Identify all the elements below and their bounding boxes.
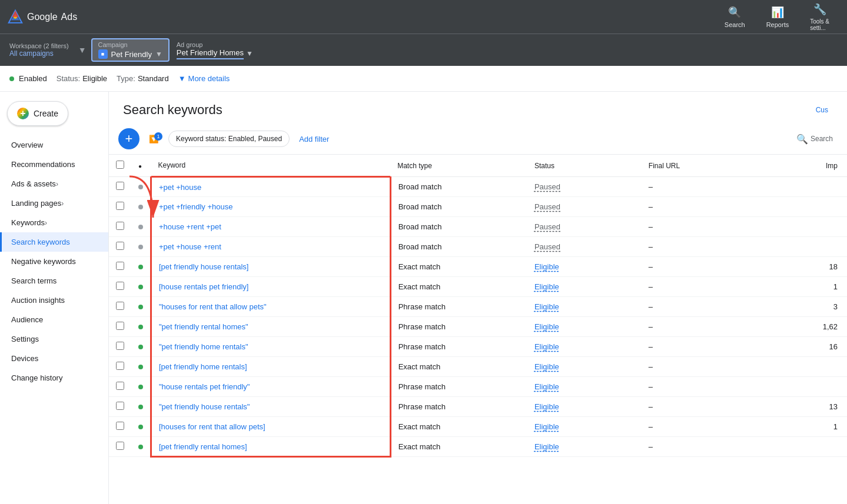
- row-checkbox-14[interactable]: [116, 442, 124, 450]
- final-url-header[interactable]: Final URL: [642, 155, 779, 177]
- type-value: Standard: [138, 74, 169, 83]
- select-all-header[interactable]: [109, 155, 131, 177]
- add-filter-button[interactable]: Add filter: [294, 131, 334, 147]
- sidebar-item-label-audience: Audience: [11, 315, 43, 324]
- row-checkbox-1[interactable]: [116, 182, 124, 190]
- type-label: Type:: [117, 74, 135, 83]
- filter-badge: 1: [154, 132, 162, 141]
- create-button[interactable]: + Create: [7, 101, 68, 126]
- status-cell-11[interactable]: Eligible: [527, 377, 642, 397]
- row-checkbox-8[interactable]: [116, 322, 124, 330]
- row-checkbox-10[interactable]: [116, 362, 124, 370]
- keyword-cell-4[interactable]: +pet +house +rent: [151, 237, 391, 257]
- status-cell-1[interactable]: Paused: [527, 177, 642, 197]
- impressions-header[interactable]: Imp: [779, 155, 847, 177]
- add-keyword-button[interactable]: +: [118, 128, 139, 149]
- row-checkbox-7[interactable]: [116, 302, 124, 310]
- sidebar-item-negative-keywords[interactable]: Negative keywords: [0, 252, 108, 271]
- row-checkbox-cell-13: [109, 417, 131, 437]
- keyword-cell-9[interactable]: "pet friendly home rentals": [151, 337, 391, 357]
- status-header[interactable]: Status: [527, 155, 642, 177]
- status-cell-14[interactable]: Eligible: [527, 437, 642, 457]
- row-checkbox-5[interactable]: [116, 262, 124, 270]
- campaign-icon-text: ■: [101, 51, 104, 57]
- keyword-cell-2[interactable]: +pet +friendly +house: [151, 197, 391, 217]
- select-all-checkbox[interactable]: [116, 161, 124, 169]
- final-url-cell-5: –: [642, 257, 779, 277]
- row-checkbox-3[interactable]: [116, 222, 124, 230]
- more-details-button[interactable]: ▼ More details: [178, 74, 230, 83]
- status-cell-5[interactable]: Eligible: [527, 257, 642, 277]
- google-text: Google: [27, 12, 58, 22]
- status-cell-9[interactable]: Eligible: [527, 337, 642, 357]
- sidebar-item-audience[interactable]: Audience: [0, 310, 108, 329]
- status-cell-13[interactable]: Eligible: [527, 417, 642, 437]
- keyword-cell-14[interactable]: [pet friendly rental homes]: [151, 437, 391, 457]
- customize-columns-button[interactable]: Cus: [811, 101, 833, 119]
- reports-nav-button[interactable]: 📊 Reports: [756, 0, 800, 34]
- status-cell-4[interactable]: Paused: [527, 237, 642, 257]
- final-url-cell-2: –: [642, 197, 779, 217]
- sidebar-item-devices[interactable]: Devices: [0, 349, 108, 368]
- match-type-cell-8: Phrase match: [390, 317, 527, 337]
- status-cell-6[interactable]: Eligible: [527, 277, 642, 297]
- sidebar-item-keywords[interactable]: Keywords›: [0, 213, 108, 232]
- campaign-pill[interactable]: Campaign ■ Pet Friendly ▼: [91, 38, 170, 62]
- all-campaigns-link[interactable]: All campaigns: [9, 49, 69, 58]
- table-search-button[interactable]: 🔍 Search: [792, 130, 838, 148]
- keyword-cell-13[interactable]: [houses for rent that allow pets]: [151, 417, 391, 437]
- status-cell-10[interactable]: Eligible: [527, 357, 642, 377]
- filter-button[interactable]: 🔽 1: [144, 131, 164, 147]
- sidebar-item-search-terms[interactable]: Search terms: [0, 271, 108, 291]
- row-checkbox-2[interactable]: [116, 202, 124, 210]
- page-title: Search keywords: [123, 102, 222, 118]
- keyword-status-chip[interactable]: Keyword status: Enabled, Paused: [168, 131, 290, 147]
- sidebar-item-auction-insights[interactable]: Auction insights: [0, 291, 108, 310]
- row-checkbox-13[interactable]: [116, 422, 124, 430]
- keyword-cell-11[interactable]: "house rentals pet friendly": [151, 377, 391, 397]
- keyword-cell-5[interactable]: [pet friendly house rentals]: [151, 257, 391, 277]
- sidebar-item-ads-assets[interactable]: Ads & assets›: [0, 174, 108, 193]
- row-status-dot-cell-8: [131, 317, 151, 337]
- row-checkbox-6[interactable]: [116, 282, 124, 290]
- tools-nav-label: Tools &setti...: [810, 18, 829, 31]
- row-checkbox-4[interactable]: [116, 242, 124, 250]
- keyword-cell-7[interactable]: "houses for rent that allow pets": [151, 297, 391, 317]
- keyword-cell-1[interactable]: +pet +house: [151, 177, 391, 197]
- row-checkbox-cell-8: [109, 317, 131, 337]
- status-cell-7[interactable]: Eligible: [527, 297, 642, 317]
- sidebar-item-label-keywords: Keywords: [11, 218, 45, 227]
- row-status-dot-cell-4: [131, 237, 151, 257]
- keyword-header[interactable]: Keyword: [151, 155, 391, 177]
- workspace-selector[interactable]: Workspace (2 filters) All campaigns: [9, 42, 69, 58]
- match-type-header[interactable]: Match type: [390, 155, 527, 177]
- sidebar-item-recommendations[interactable]: Recommendations: [0, 155, 108, 174]
- keyword-cell-10[interactable]: [pet friendly home rentals]: [151, 357, 391, 377]
- status-cell-3[interactable]: Paused: [527, 217, 642, 237]
- row-checkbox-9[interactable]: [116, 342, 124, 350]
- status-cell-12[interactable]: Eligible: [527, 397, 642, 417]
- final-url-cell-13: –: [642, 417, 779, 437]
- sidebar-item-change-history[interactable]: Change history: [0, 368, 108, 388]
- keyword-cell-6[interactable]: [house rentals pet friendly]: [151, 277, 391, 297]
- keyword-cell-8[interactable]: "pet friendly rental homes": [151, 317, 391, 337]
- tools-nav-button[interactable]: 🔧 Tools &setti...: [799, 0, 840, 34]
- sidebar-item-overview[interactable]: Overview: [0, 135, 108, 155]
- row-checkbox-11[interactable]: [116, 382, 124, 390]
- row-checkbox-12[interactable]: [116, 402, 124, 410]
- row-status-dot-cell-11: [131, 377, 151, 397]
- status-cell-8[interactable]: Eligible: [527, 317, 642, 337]
- sidebar-item-settings[interactable]: Settings: [0, 329, 108, 349]
- keyword-header-label: Keyword: [158, 161, 186, 169]
- logo: Google Ads: [7, 9, 77, 25]
- keyword-cell-12[interactable]: "pet friendly house rentals": [151, 397, 391, 417]
- sidebar-item-search-keywords[interactable]: Search keywords: [0, 232, 108, 252]
- keyword-text-14: [pet friendly rental homes]: [159, 442, 247, 451]
- search-nav-button[interactable]: 🔍 Search: [714, 0, 756, 34]
- keyword-cell-3[interactable]: +house +rent +pet: [151, 217, 391, 237]
- final-url-cell-1: –: [642, 177, 779, 197]
- status-cell-2[interactable]: Paused: [527, 197, 642, 217]
- adgroup-selector[interactable]: Ad group Pet Friendly Homes ▼: [177, 41, 253, 59]
- sidebar-item-landing-pages[interactable]: Landing pages›: [0, 193, 108, 213]
- final-url-cell-3: –: [642, 217, 779, 237]
